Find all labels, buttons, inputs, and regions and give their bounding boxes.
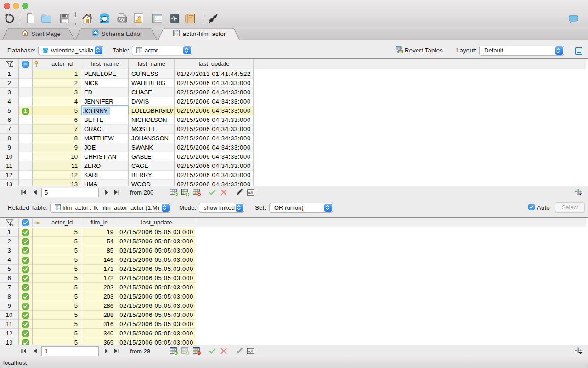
svg-text:SQL: SQL bbox=[118, 17, 126, 22]
svg-text:1: 1 bbox=[24, 108, 27, 114]
